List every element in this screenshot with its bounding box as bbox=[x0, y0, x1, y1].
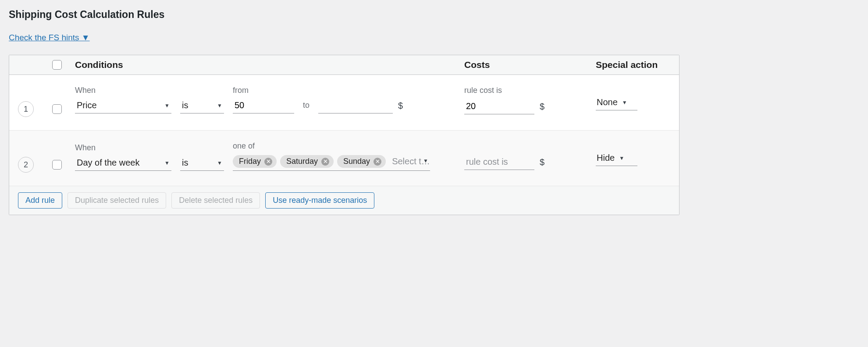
header-action: Special action bbox=[596, 60, 670, 70]
header-conditions: Conditions bbox=[75, 60, 464, 70]
chevron-down-icon: ▼ bbox=[423, 158, 428, 164]
when-label: When bbox=[75, 143, 171, 152]
remove-tag-icon[interactable]: ✕ bbox=[321, 158, 329, 166]
cost-input[interactable] bbox=[464, 154, 534, 170]
rule-checkbox[interactable] bbox=[52, 160, 62, 170]
chevron-down-icon: ▼ bbox=[622, 99, 627, 106]
tag-item: Saturday✕ bbox=[280, 155, 334, 168]
from-input[interactable] bbox=[233, 98, 294, 113]
operator-value: is bbox=[182, 158, 188, 168]
condition-type-value: Price bbox=[77, 100, 97, 110]
from-label: from bbox=[233, 86, 294, 95]
delete-rules-button[interactable]: Delete selected rules bbox=[171, 192, 260, 209]
rule-checkbox[interactable] bbox=[52, 104, 62, 114]
currency-symbol: $ bbox=[398, 101, 403, 113]
chevron-down-icon: ▼ bbox=[164, 160, 170, 166]
page-title: Shipping Cost Calculation Rules bbox=[9, 9, 679, 21]
special-action-value: None bbox=[597, 97, 618, 107]
rules-table: Conditions Costs Special action 1 When P… bbox=[9, 55, 679, 215]
rule-number: 1 bbox=[18, 101, 34, 117]
tag-item: Friday✕ bbox=[233, 155, 277, 168]
operator-select[interactable]: is ▼ bbox=[180, 155, 224, 171]
special-action-select[interactable]: None ▼ bbox=[596, 96, 637, 110]
table-header: Conditions Costs Special action bbox=[9, 55, 679, 75]
condition-type-select[interactable]: Price ▼ bbox=[75, 98, 171, 113]
select-all-checkbox[interactable] bbox=[52, 60, 62, 70]
currency-symbol: $ bbox=[540, 157, 544, 170]
cost-input[interactable] bbox=[464, 99, 534, 114]
chevron-down-icon: ▼ bbox=[217, 160, 222, 166]
scenarios-button[interactable]: Use ready-made scenarios bbox=[265, 192, 374, 209]
to-label: to bbox=[303, 101, 309, 113]
chevron-down-icon: ▼ bbox=[164, 103, 170, 109]
duplicate-rules-button[interactable]: Duplicate selected rules bbox=[68, 192, 166, 209]
remove-tag-icon[interactable]: ✕ bbox=[264, 158, 272, 166]
condition-type-select[interactable]: Day of the week ▼ bbox=[75, 155, 171, 171]
operator-value: is bbox=[182, 100, 188, 110]
to-input[interactable] bbox=[318, 98, 393, 113]
hints-link[interactable]: Check the FS hints ▼ bbox=[9, 33, 90, 42]
chevron-down-icon: ▼ bbox=[217, 103, 222, 109]
rule-row: 2 When Day of the week ▼ is ▼ bbox=[9, 131, 679, 186]
tags-multiselect[interactable]: Friday✕ Saturday✕ Sunday✕ Select t… ▼ bbox=[233, 153, 430, 171]
rule-row: 1 When Price ▼ is ▼ bbox=[9, 75, 679, 131]
special-action-select[interactable]: Hide ▼ bbox=[596, 151, 637, 166]
table-footer: Add rule Duplicate selected rules Delete… bbox=[9, 186, 679, 215]
operator-select[interactable]: is ▼ bbox=[180, 98, 224, 113]
special-action-value: Hide bbox=[597, 153, 615, 163]
chevron-down-icon: ▼ bbox=[619, 155, 624, 161]
when-label: When bbox=[75, 86, 171, 95]
tag-item: Sunday✕ bbox=[337, 155, 386, 168]
one-of-label: one of bbox=[233, 142, 430, 151]
add-rule-button[interactable]: Add rule bbox=[18, 192, 62, 209]
rule-number: 2 bbox=[18, 157, 34, 173]
header-costs: Costs bbox=[464, 60, 596, 70]
condition-type-value: Day of the week bbox=[77, 158, 139, 168]
currency-symbol: $ bbox=[540, 102, 544, 114]
rule-cost-label: rule cost is bbox=[464, 86, 596, 95]
remove-tag-icon[interactable]: ✕ bbox=[374, 158, 381, 166]
